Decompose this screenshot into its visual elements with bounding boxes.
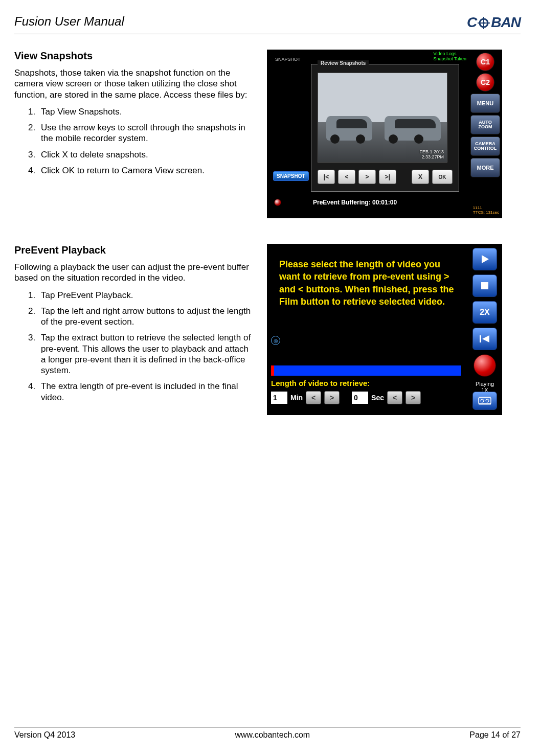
last-button[interactable]: >| (379, 170, 396, 184)
status-labels: Video Logs Snapshot Taken (434, 52, 466, 62)
intro-preevent: Following a playback the user can adjust… (14, 262, 255, 284)
step: The extra length of pre-event is include… (38, 381, 255, 403)
snapshot-button[interactable]: SNAPSHOT (273, 171, 309, 181)
next-button[interactable]: > (358, 170, 376, 184)
step: Tap View Snapshots. (38, 106, 255, 117)
progress-handle[interactable] (271, 365, 274, 376)
svg-marker-7 (482, 335, 489, 342)
svg-marker-4 (482, 255, 489, 263)
steps-view-snapshots: Tap View Snapshots. Use the arrow keys t… (14, 106, 255, 176)
menu-button[interactable]: MENU (470, 94, 500, 113)
panel-title: Review Snapshots (318, 60, 369, 66)
svg-rect-10 (479, 403, 491, 405)
minutes-input[interactable]: 1 (271, 392, 287, 404)
page-header: Fusion User Manual C BAN (14, 14, 521, 34)
ok-button[interactable]: OK (432, 170, 453, 184)
footer-version: Version Q4 2013 (14, 730, 75, 740)
snapshot-thumbnail: FEB 1 2013 2:33:27PM (318, 73, 447, 163)
film-extract-button[interactable] (472, 392, 497, 410)
section-preevent-playback: PreEvent Playback Following a playback t… (14, 244, 521, 415)
thumb-time: 2:33:27PM (419, 155, 444, 160)
step: Tap the left and right arrow buttons to … (38, 306, 255, 328)
steps-preevent: Tap PreEvent Playback. Tap the left and … (14, 290, 255, 403)
svg-point-12 (486, 399, 489, 402)
doc-title: Fusion User Manual (14, 14, 124, 29)
delete-button[interactable]: X (412, 170, 429, 184)
camera2-button[interactable]: C2 (476, 73, 494, 91)
min-increase-button[interactable]: > (324, 391, 340, 404)
svg-point-3 (483, 22, 485, 24)
brand-logo: C BAN (467, 14, 521, 31)
intro-view-snapshots: Snapshots, those taken via the snapshot … (14, 67, 255, 100)
page-footer: Version Q4 2013 www.cobantech.com Page 1… (14, 727, 521, 740)
svg-rect-6 (480, 335, 481, 342)
heading-view-snapshots: View Snapshots (14, 50, 255, 62)
preevent-buffer-label: PreEvent Buffering: 00:01:00 (313, 199, 397, 206)
camera1-button[interactable]: C1 (476, 53, 494, 71)
min-decrease-button[interactable]: < (306, 391, 321, 404)
step: Tap the extract button to retrieve the s… (38, 332, 255, 376)
svg-point-11 (481, 399, 484, 402)
stop-button[interactable] (472, 274, 497, 297)
sec-increase-button[interactable]: > (405, 391, 421, 404)
camera-control-button[interactable]: CAMERA CONTROL (470, 136, 500, 156)
heading-preevent: PreEvent Playback (14, 244, 255, 257)
rewind-button[interactable] (472, 328, 497, 350)
footer-url: www.cobantech.com (235, 730, 310, 740)
seconds-input[interactable]: 0 (352, 392, 368, 404)
more-button[interactable]: MORE (470, 158, 500, 177)
section-view-snapshots: View Snapshots Snapshots, those taken vi… (14, 50, 521, 218)
sec-decrease-button[interactable]: < (387, 391, 402, 404)
svg-rect-5 (481, 282, 488, 289)
prev-button[interactable]: < (338, 170, 355, 184)
seconds-unit: Sec (371, 394, 384, 402)
playback-toolbar: 2X Playing 1X (470, 248, 499, 393)
screenshot-review-snapshots: Video Logs Snapshot Taken SNAPSHOT SNAPS… (267, 50, 502, 218)
minutes-unit: Min (290, 394, 303, 402)
svg-rect-9 (479, 397, 491, 398)
first-button[interactable]: |< (318, 170, 335, 184)
crosshair-icon (478, 16, 490, 29)
brand-text-c: C (467, 14, 477, 31)
footer-page: Page 14 of 27 (469, 730, 521, 740)
step: Use the arrow keys to scroll through the… (38, 122, 255, 144)
play-button[interactable] (472, 248, 497, 270)
target-icon: ◎ (271, 336, 280, 345)
side-toolbar: C1 C2 MENU AUTO ZOOM CAMERA CONTROL MORE (470, 53, 500, 177)
speed-button[interactable]: 2X (472, 301, 497, 324)
screenshot-preevent-playback: Please select the length of video you wa… (267, 244, 502, 415)
review-snapshots-panel: Review Snapshots FEB 1 2013 2:33:27PM |<… (311, 64, 459, 192)
snapshot-indicator: SNAPSHOT (275, 57, 290, 67)
brand-text-ban: BAN (491, 14, 521, 31)
record-button[interactable] (474, 354, 496, 377)
record-indicator-icon (274, 199, 281, 206)
step: Click OK to return to Camera View screen… (38, 165, 255, 176)
step: Click X to delete snapshots. (38, 149, 255, 160)
autozoom-button[interactable]: AUTO ZOOM (470, 115, 500, 134)
progress-bar[interactable] (271, 365, 461, 376)
instruction-message: Please select the length of video you wa… (279, 258, 456, 308)
step: Tap PreEvent Playback. (38, 290, 255, 301)
retrieve-label: Length of video to retrieve: (271, 379, 370, 387)
retrieve-controls: 1 Min < > 0 Sec < > (271, 391, 421, 404)
corner-status: 1111 TTCS: 131sec (473, 206, 499, 215)
